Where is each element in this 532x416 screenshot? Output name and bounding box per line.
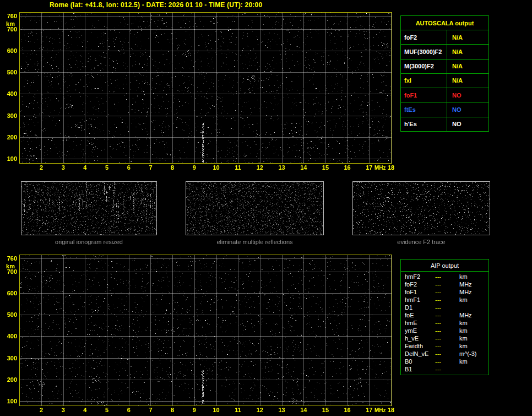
autoscala-row-fxI: fxIN/A bbox=[401, 74, 488, 88]
autoscala-param-label: ftEs bbox=[401, 102, 447, 116]
x-tick-label: 18 bbox=[385, 407, 397, 413]
page-title: Rome (lat: +41.8, lon: 012.5) - DATE: 20… bbox=[50, 1, 262, 9]
aip-row-foE: foE---MHz bbox=[401, 311, 488, 319]
aip-param-label: hmF1 bbox=[401, 296, 435, 303]
x-tick-label: 9 bbox=[188, 407, 200, 413]
autoscala-row-h'Es: h'EsNO bbox=[401, 117, 488, 131]
aip-param-value: --- bbox=[435, 281, 459, 288]
x-tick-label: 11 bbox=[232, 164, 244, 171]
x-tick-label: 5 bbox=[101, 407, 113, 413]
y-tick-label: 760 bbox=[0, 255, 17, 262]
x-tick-label: 11 bbox=[232, 407, 244, 413]
y-tick-label: 600 bbox=[0, 47, 17, 54]
y-tick-label: 100 bbox=[0, 155, 17, 162]
aip-row-hmF2: hmF2---km bbox=[401, 273, 488, 280]
y-tick-label: 200 bbox=[0, 376, 17, 383]
aip-param-unit: MHz bbox=[459, 281, 472, 288]
x-tick-label: 6 bbox=[123, 164, 135, 171]
aip-row-h_vE: h_vE---km bbox=[401, 334, 488, 342]
aip-row-B0: B0---km bbox=[401, 358, 488, 365]
x-tick-label: 17 bbox=[363, 407, 375, 413]
autoscala-param-value: N/A bbox=[447, 74, 488, 88]
x-tick-label: 13 bbox=[276, 407, 288, 413]
thumbnail-f2-trace-canvas bbox=[353, 182, 490, 235]
autoscala-param-label: h'Es bbox=[401, 117, 447, 131]
x-tick-label: 10 bbox=[210, 164, 222, 171]
ionogram-plot-top bbox=[19, 12, 392, 164]
x-tick-label: 4 bbox=[79, 407, 91, 413]
x-tick-label: 3 bbox=[57, 407, 69, 413]
aip-param-unit: km bbox=[459, 296, 468, 303]
autoscala-param-value: NO bbox=[447, 102, 488, 116]
autoscala-row-MUF(3000)F2: MUF(3000)F2N/A bbox=[401, 45, 488, 59]
aip-param-label: B0 bbox=[401, 358, 435, 365]
aip-table-title: AIP output bbox=[401, 260, 488, 272]
aip-param-unit: m^(-3) bbox=[459, 350, 476, 357]
aip-param-label: D1 bbox=[401, 304, 435, 311]
autoscala-row-foF2: foF2N/A bbox=[401, 30, 488, 45]
autoscala-table-rows: foF2N/AMUF(3000)F2N/AM(3000)F2N/AfxIN/Af… bbox=[401, 30, 488, 131]
x-tick-label: 14 bbox=[297, 407, 310, 413]
aip-row-Ewidth: Ewidth---km bbox=[401, 342, 488, 350]
aip-param-value: --- bbox=[435, 343, 459, 349]
x-tick-label: 4 bbox=[79, 164, 91, 171]
ionogram-canvas-bottom bbox=[20, 255, 392, 406]
aip-param-value: --- bbox=[435, 350, 459, 357]
aip-param-value: --- bbox=[435, 289, 459, 295]
aip-param-label: foE bbox=[401, 312, 435, 318]
caption-f2-trace: evidence F2 trace bbox=[352, 239, 490, 245]
aip-param-value: --- bbox=[435, 296, 459, 303]
aip-param-label: ymE bbox=[401, 327, 435, 334]
aip-row-hmF1: hmF1---km bbox=[401, 296, 488, 304]
aip-row-hmE: hmE---km bbox=[401, 319, 488, 327]
aip-row-DelN_vE: DelN_vE---m^(-3) bbox=[401, 350, 488, 358]
autoscala-param-value: NO bbox=[447, 117, 488, 131]
y-axis-unit-label: km bbox=[0, 20, 15, 27]
x-tick-label: 2 bbox=[35, 164, 47, 171]
x-tick-label: 15 bbox=[319, 164, 332, 171]
autoscala-table-title: AUTOSCALA output bbox=[401, 16, 488, 30]
y-tick-label: 760 bbox=[0, 13, 17, 19]
autoscala-param-value: NO bbox=[447, 88, 488, 102]
x-tick-label: 14 bbox=[297, 164, 310, 171]
y-tick-label: 200 bbox=[0, 134, 17, 141]
aip-param-unit: km bbox=[459, 320, 468, 326]
aip-param-value: --- bbox=[435, 335, 459, 342]
y-axis-unit-label: km bbox=[0, 263, 15, 269]
y-tick-label: 700 bbox=[0, 268, 17, 275]
aip-param-unit: MHz bbox=[459, 312, 472, 318]
x-tick-label: 15 bbox=[319, 407, 332, 413]
aip-param-value: --- bbox=[435, 320, 459, 326]
autoscala-output-table: AUTOSCALA output foF2N/AMUF(3000)F2N/AM(… bbox=[400, 15, 489, 132]
aip-param-unit: km bbox=[459, 327, 468, 334]
aip-param-label: foF2 bbox=[401, 281, 435, 288]
caption-original-ionogram: original ionogram resized bbox=[21, 239, 157, 245]
autoscala-window: Rome (lat: +41.8, lon: 012.5) - DATE: 20… bbox=[0, 0, 532, 416]
autoscala-row-M(3000)F2: M(3000)F2N/A bbox=[401, 60, 488, 74]
aip-row-foF1: foF1---MHz bbox=[401, 288, 488, 296]
x-tick-label: 8 bbox=[166, 407, 178, 413]
aip-param-value: --- bbox=[435, 304, 459, 311]
caption-multiple-reflections: eliminate multiple reflections bbox=[186, 239, 324, 245]
aip-row-D1: D1--- bbox=[401, 304, 488, 311]
y-tick-label: 500 bbox=[0, 311, 17, 318]
x-tick-label: 16 bbox=[341, 164, 354, 171]
aip-param-label: DelN_vE bbox=[401, 350, 435, 357]
aip-param-value: --- bbox=[435, 366, 459, 372]
aip-param-value: --- bbox=[435, 327, 459, 334]
ionogram-canvas-top bbox=[20, 13, 392, 163]
aip-param-unit: km bbox=[459, 358, 468, 365]
aip-param-label: hmF2 bbox=[401, 273, 435, 280]
aip-table-rows: hmF2---kmfoF2---MHzfoF1---MHzhmF1---kmD1… bbox=[401, 272, 488, 375]
aip-row-foF2: foF2---MHz bbox=[401, 280, 488, 288]
autoscala-row-foF1: foF1NO bbox=[401, 88, 488, 102]
thumbnail-multiple-reflections bbox=[186, 181, 324, 235]
aip-row-B1: B1--- bbox=[401, 365, 488, 373]
thumbnail-f2-trace bbox=[352, 181, 490, 235]
aip-param-label: Ewidth bbox=[401, 343, 435, 349]
y-tick-label: 300 bbox=[0, 112, 17, 119]
aip-param-unit: km bbox=[459, 335, 468, 342]
ionogram-plot-bottom bbox=[19, 255, 392, 406]
aip-param-label: B1 bbox=[401, 366, 435, 372]
aip-param-unit: km bbox=[459, 343, 468, 349]
